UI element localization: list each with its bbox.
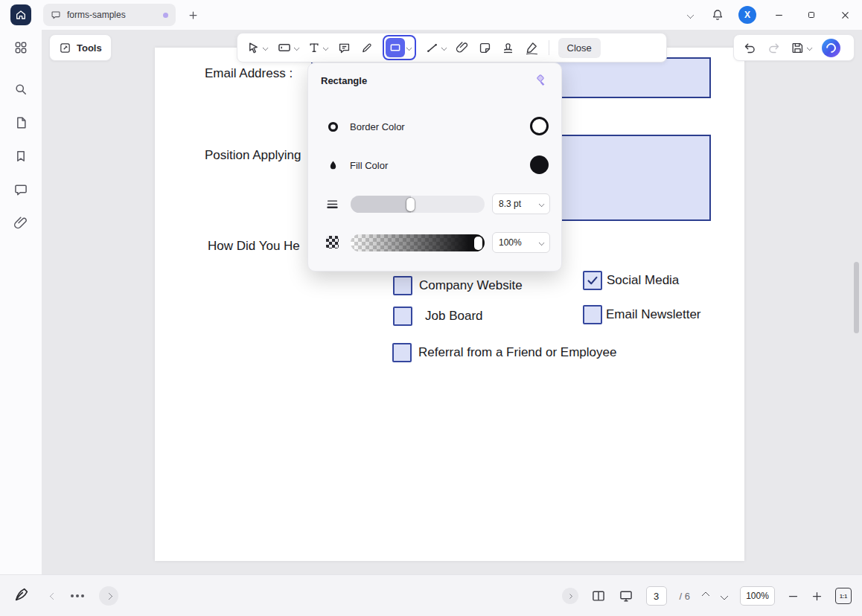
undo-icon[interactable]	[743, 41, 757, 55]
chevron-down-icon[interactable]	[677, 13, 703, 18]
attach-file-tool[interactable]	[456, 41, 469, 54]
opacity-value: 100%	[499, 237, 522, 248]
page-options-ellipsis-icon[interactable]	[71, 594, 84, 597]
chevron-down-icon[interactable]	[263, 45, 269, 51]
tools-button[interactable]: Tools	[49, 34, 112, 61]
bookmark-icon[interactable]	[13, 149, 28, 164]
checkbox-referral[interactable]	[392, 343, 412, 362]
sidebar	[0, 30, 42, 574]
line-icon	[425, 41, 439, 55]
format-brush-icon[interactable]	[533, 73, 548, 88]
history-save-toolbar	[733, 34, 855, 61]
chevron-down-icon[interactable]	[807, 45, 813, 51]
chevron-down-icon	[538, 201, 544, 207]
titlebar-controls: X	[677, 0, 862, 30]
border-color-icon	[327, 121, 339, 133]
tab-title: forms-samples	[67, 10, 126, 20]
checkbox-label: Company Website	[419, 276, 523, 295]
tools-icon	[59, 42, 71, 54]
thickness-value: 8.3 pt	[499, 199, 521, 209]
checkbox-label: Job Board	[425, 307, 483, 326]
opacity-select[interactable]: 100%	[492, 232, 550, 253]
border-color-swatch[interactable]	[530, 117, 549, 135]
search-icon[interactable]	[13, 82, 28, 97]
select-tool[interactable]	[246, 41, 268, 55]
redo-icon[interactable]	[767, 41, 781, 55]
rectangle-tool-selected[interactable]	[383, 35, 417, 60]
home-button[interactable]	[10, 4, 31, 25]
vertical-scrollbar-thumb[interactable]	[854, 262, 859, 333]
notifications-bell-button[interactable]	[703, 8, 732, 22]
opacity-slider-handle[interactable]	[474, 237, 482, 250]
maximize-icon	[807, 10, 816, 19]
pages-icon[interactable]	[13, 115, 28, 130]
text-tool[interactable]	[307, 41, 328, 54]
ai-assistant-icon[interactable]	[822, 39, 840, 57]
maximize-button[interactable]	[795, 10, 828, 19]
save-icon	[791, 41, 805, 55]
titlebar: forms-samples X	[0, 0, 862, 30]
annotation-toolbar: Close	[237, 33, 667, 62]
thickness-slider-handle[interactable]	[406, 198, 415, 211]
apps-grid-icon[interactable]	[13, 40, 28, 55]
line-tool[interactable]	[425, 41, 447, 55]
signature-icon	[524, 40, 540, 56]
thickness-select[interactable]: 8.3 pt	[492, 193, 550, 214]
chevron-down-icon[interactable]	[323, 45, 329, 51]
stamp-tool[interactable]	[501, 41, 515, 55]
close-toolbar-button[interactable]: Close	[558, 38, 601, 58]
paperclip-icon	[456, 41, 469, 54]
checkbox-social-media[interactable]	[583, 271, 602, 290]
checkbox-row: Email Newsletter	[583, 305, 701, 324]
how-did-you-hear-label: How Did You He	[208, 239, 300, 254]
fill-color-swatch[interactable]	[530, 155, 549, 174]
tools-button-label: Tools	[77, 42, 102, 54]
checkbox-job-board[interactable]	[393, 307, 412, 326]
zoom-out-icon[interactable]	[788, 591, 799, 602]
forward-view-button[interactable]	[99, 586, 118, 606]
comments-icon[interactable]	[13, 182, 28, 197]
sticker-tool[interactable]	[478, 41, 492, 55]
pen-mode-icon[interactable]	[13, 586, 30, 603]
checkbox-company-website[interactable]	[393, 276, 412, 295]
save-button[interactable]	[791, 41, 812, 55]
checkbox-email-newsletter[interactable]	[583, 305, 602, 324]
stamp-icon	[501, 41, 515, 55]
actual-size-button[interactable]: 1:1	[835, 588, 852, 604]
form-field-tool[interactable]	[277, 40, 299, 55]
close-window-button[interactable]	[828, 10, 862, 20]
comment-tool[interactable]	[337, 41, 351, 55]
checkbox-row: Job Board	[393, 307, 483, 326]
account-button[interactable]: X	[732, 6, 762, 24]
fill-color-label: Fill Color	[350, 160, 388, 171]
checkbox-label: Email Newsletter	[606, 305, 701, 324]
page-number-input[interactable]: 3	[646, 586, 667, 606]
chat-bubble-icon	[51, 10, 61, 20]
minimize-button[interactable]	[762, 10, 795, 20]
history-nav-group	[51, 575, 118, 616]
next-page-button[interactable]	[720, 591, 728, 600]
chevron-down-icon[interactable]	[293, 45, 299, 51]
pencil-tool[interactable]	[360, 41, 374, 54]
text-icon	[307, 41, 321, 54]
two-page-view-icon[interactable]	[591, 588, 606, 603]
zoom-level-select[interactable]: 100%	[740, 586, 775, 606]
zoom-in-icon[interactable]	[811, 591, 823, 602]
expand-panel-button[interactable]	[562, 588, 578, 604]
page-zoom-controls: 3 / 6 100% 1:1	[562, 575, 852, 616]
document-tab[interactable]: forms-samples	[43, 4, 176, 26]
reading-mode-icon[interactable]	[619, 588, 633, 603]
signature-tool[interactable]	[524, 40, 540, 56]
thickness-slider[interactable]	[351, 196, 485, 213]
opacity-slider[interactable]	[351, 234, 485, 251]
chevron-down-icon[interactable]	[406, 45, 412, 51]
attachment-icon[interactable]	[13, 216, 28, 231]
border-color-label: Border Color	[350, 121, 405, 132]
chevron-down-icon[interactable]	[441, 45, 447, 51]
user-avatar: X	[738, 6, 756, 24]
new-tab-button[interactable]	[186, 8, 199, 22]
app-window: forms-samples X	[0, 0, 862, 616]
home-icon	[15, 9, 27, 21]
back-view-button[interactable]	[50, 592, 57, 600]
previous-page-button[interactable]	[701, 591, 709, 600]
